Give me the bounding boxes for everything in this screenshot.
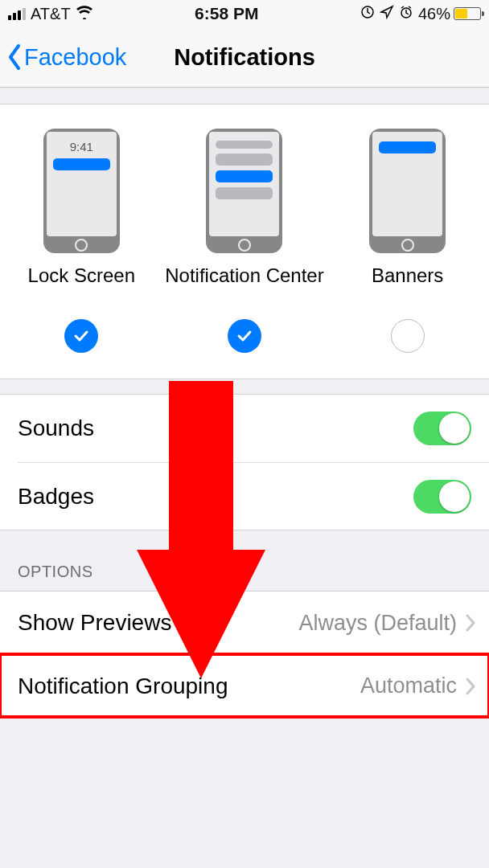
row-value: Always (Default): [298, 611, 457, 636]
row-label: Show Previews: [18, 610, 171, 636]
alert-label: Banners: [372, 264, 443, 311]
alerts-section: 9:41 Lock Screen Notification Center: [0, 104, 489, 379]
alarm-icon: [399, 5, 413, 23]
alert-option-banners[interactable]: Banners: [326, 129, 489, 311]
banners-preview-icon: [369, 129, 446, 253]
lock-screen-preview-icon: 9:41: [43, 129, 120, 253]
alert-option-lock-screen[interactable]: 9:41 Lock Screen: [0, 129, 163, 311]
alert-label: Lock Screen: [28, 264, 135, 311]
rotation-lock-icon: [360, 5, 375, 23]
options-section: Show Previews Always (Default) Notificat…: [0, 591, 489, 718]
battery-percent: 46%: [418, 5, 450, 23]
row-badges[interactable]: Badges: [18, 462, 489, 530]
toggle-sounds[interactable]: [413, 411, 471, 445]
notification-center-preview-icon: [206, 129, 282, 253]
mock-time: 9:41: [47, 132, 117, 154]
toggle-badges[interactable]: [413, 480, 471, 514]
checkmark-notification-center[interactable]: [228, 319, 261, 353]
check-icon: [72, 326, 91, 346]
row-value: Automatic: [360, 674, 457, 698]
status-bar: AT&T 6:58 PM 46%: [0, 0, 489, 27]
row-show-previews[interactable]: Show Previews Always (Default): [0, 592, 489, 654]
back-button[interactable]: Facebook: [5, 43, 126, 71]
row-notification-grouping[interactable]: Notification Grouping Automatic: [0, 654, 489, 717]
section-header-options: OPTIONS: [0, 530, 489, 591]
chevron-left-icon: [6, 43, 23, 71]
nav-bar: Facebook Notifications: [0, 27, 489, 88]
chevron-right-icon: [465, 677, 476, 696]
row-sounds[interactable]: Sounds: [0, 395, 489, 462]
page-title: Notifications: [174, 44, 315, 71]
back-label: Facebook: [24, 44, 126, 71]
checkmark-banners[interactable]: [391, 319, 425, 353]
checkmark-lock-screen[interactable]: [64, 319, 98, 353]
row-label: Sounds: [18, 416, 94, 441]
check-icon: [235, 326, 254, 346]
row-label: Badges: [18, 484, 94, 510]
location-icon: [380, 5, 394, 23]
row-label: Notification Grouping: [18, 674, 228, 699]
status-time: 6:58 PM: [195, 4, 258, 23]
alert-option-notification-center[interactable]: Notification Center: [163, 129, 327, 311]
chevron-right-icon: [465, 613, 476, 633]
battery-icon: [454, 7, 481, 20]
carrier-label: AT&T: [31, 5, 71, 23]
toggles-section: Sounds Badges: [0, 394, 489, 530]
wifi-icon: [76, 5, 93, 23]
signal-bars-icon: [8, 8, 26, 20]
alert-label: Notification Center: [165, 264, 323, 311]
